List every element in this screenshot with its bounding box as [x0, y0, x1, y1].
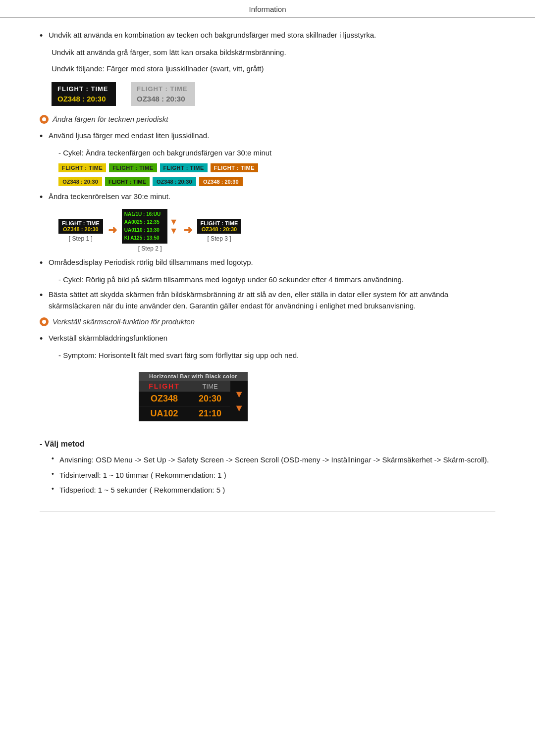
main-content: • Undvik att använda en kombination av t… [0, 18, 535, 531]
bullet-item-3: • Ändra teckenrörelsen var 30:e minut. [40, 191, 495, 203]
hbar-container: Horizontal Bar with Black color FLIGHT T… [139, 372, 248, 421]
orange-bullet-2: Verkställ skärmscroll-funktion för produ… [40, 316, 495, 328]
cycle-box-4-header: FLIGHT : TIME [211, 163, 258, 172]
sub-bullet-dot-2: • [52, 470, 59, 478]
sub-para-2: Undvik följande: Färger med stora ljussk… [52, 63, 495, 75]
valj-header: - Välj metod [40, 440, 495, 449]
bullet-dot-6: • [40, 333, 49, 345]
bullet-dot-4: • [40, 257, 49, 269]
hbar-r1-c2: 20:30 [190, 392, 230, 406]
hbar-r1-c1: OZ348 [139, 392, 190, 406]
cycle-box-1-header: FLIGHT : TIME [58, 163, 106, 172]
sub-bullet-text-1: Anvisning: OSD Menu -> Set Up -> Safety … [59, 454, 489, 466]
cycle-val-4: OZ348 : 20:30 [199, 177, 243, 186]
bullet-text-5: Bästa sättet att skydda skärmen från bil… [49, 289, 495, 311]
cycle-val-3: OZ348 : 20:30 [153, 177, 196, 186]
bullet-item-4: • Områdesdisplay Periodisk rörlig bild t… [40, 257, 495, 269]
flight-box-dark-row2: OZ348 : 20:30 [57, 95, 110, 103]
flight-box-grey: FLIGHT : TIME OZ348 : 20:30 [131, 82, 195, 106]
flight-box-grey-row1: FLIGHT : TIME [137, 85, 189, 93]
bullet-item-1: • Undvik att använda en kombination av t… [40, 30, 495, 42]
cycle-box-2-header: FLIGHT : TIME [109, 163, 157, 172]
page-header: Information [0, 0, 535, 18]
sub-bullet-text-2: Tidsintervall: 1 ~ 10 timmar ( Rekommend… [59, 470, 226, 481]
sub-bullet-dot-3: • [52, 485, 59, 493]
flight-box-grey-row2: OZ348 : 20:30 [137, 95, 189, 103]
step-2-row1: NA1/1U : 16:UU [124, 210, 165, 218]
step-3-row1: FLIGHT : TIME [201, 220, 238, 226]
sub-para-1: Undvik att använda grå färger, som lätt … [52, 47, 495, 58]
bullet-item-6: • Verkställ skärmbläddringsfunktionen [40, 333, 495, 345]
flight-examples: FLIGHT : TIME OZ348 : 20:30 FLIGHT : TIM… [52, 82, 495, 106]
step-1-row2: OZ348 : 20:30 [62, 226, 100, 232]
step-1-container: FLIGHT : TIME OZ348 : 20:30 [ Step 1 ] [58, 219, 103, 242]
step-3-box: FLIGHT : TIME OZ348 : 20:30 [197, 219, 242, 234]
indent-dash-3: - Symptom: Horisontellt fält med svart f… [58, 350, 495, 361]
bullet-dot-3: • [40, 191, 49, 203]
page-title: Information [249, 5, 286, 13]
indent-dash-1-text: - Cykel: Ändra teckenfärgen och bakgrund… [58, 149, 271, 157]
step-2-container: NA1/1U : 16:UU AA0025 : 12:35 UA0110 : 1… [122, 209, 178, 252]
step-3-container: FLIGHT : TIME OZ348 : 20:30 [ Step 3 ] [197, 219, 242, 242]
sub-para-2-text: Undvik följande: Färger med stora ljussk… [52, 64, 264, 73]
bullet-text-3: Ändra teckenrörelsen var 30:e minut. [49, 191, 170, 202]
cycle-value-row: OZ348 : 20:30 FLIGHT : TIME OZ348 : 20:3… [58, 177, 495, 186]
bullet-item-2: • Använd ljusa färger med endast liten l… [40, 130, 495, 143]
hbar-r2-c2: 21:10 [190, 406, 230, 421]
cycle-val-1: OZ348 : 20:30 [58, 177, 102, 186]
hbar-column-headers: FLIGHT TIME ▼ ▼ [139, 381, 248, 392]
hbar-title: Horizontal Bar with Black color [139, 372, 248, 381]
sub-bullet-1: • Anvisning: OSD Menu -> Set Up -> Safet… [52, 454, 495, 466]
step-2-row4: KI A125 : 13:50 [124, 234, 165, 242]
indent-dash-1: - Cykel: Ändra teckenfärgen och bakgrund… [58, 148, 495, 159]
bullet-dot-2: • [40, 130, 49, 143]
arrow-down-1: ▼ [169, 217, 178, 226]
hbar-title-row: Horizontal Bar with Black color [139, 372, 248, 381]
indent-dash-2: - Cykel: Rörlig på bild på skärm tillsam… [58, 274, 495, 286]
step-3-label: [ Step 3 ] [207, 235, 231, 242]
bottom-divider [40, 511, 495, 511]
arrow-right-2: ➜ [183, 224, 192, 237]
bullet-dot-1: • [40, 30, 49, 42]
hbar-scroll-indicator: ▼ ▼ [232, 389, 246, 413]
sub-para-1-text: Undvik att använda grå färger, som lätt … [52, 48, 286, 56]
step-2-box: NA1/1U : 16:UU AA0025 : 12:35 UA0110 : 1… [122, 209, 167, 244]
sub-bullet-text-3: Tidsperiod: 1 ~ 5 sekunder ( Rekommendat… [59, 485, 225, 496]
bullet-text-6: Verkställ skärmbläddringsfunktionen [49, 333, 167, 344]
orange-circle-icon-2 [40, 317, 49, 326]
step-2-row2: AA0025 : 12:35 [124, 218, 165, 226]
hbar-r2-c1: UA102 [139, 406, 190, 421]
orange-circle-icon-1 [40, 115, 49, 124]
bullet-item-5: • Bästa sättet att skydda skärmen från b… [40, 289, 495, 311]
hbar-col1-header: FLIGHT [139, 381, 190, 392]
hbar-table: Horizontal Bar with Black color FLIGHT T… [139, 372, 248, 421]
step-2-row3: UA0110 : 13:30 [124, 226, 165, 234]
hbar-col2-header: TIME [190, 381, 230, 392]
flight-box-dark-row1: FLIGHT : TIME [57, 85, 110, 93]
bullet-text-1: Undvik att använda en kombination av tec… [49, 30, 376, 41]
hbar-arrow-down-2: ▼ [234, 403, 244, 413]
step-1-label: [ Step 1 ] [69, 235, 93, 242]
step-3-row2: OZ348 : 20:30 [201, 226, 238, 232]
sub-bullet-3: • Tidsperiod: 1 ~ 5 sekunder ( Rekommend… [52, 485, 495, 496]
steps-row: FLIGHT : TIME OZ348 : 20:30 [ Step 1 ] ➜… [58, 209, 495, 252]
sub-bullet-dot-1: • [52, 454, 59, 462]
orange-bullet-1: Ändra färgen för tecknen periodiskt [40, 114, 495, 125]
step-1-box: FLIGHT : TIME OZ348 : 20:30 [58, 219, 103, 234]
cycle-header-row: FLIGHT : TIME FLIGHT : TIME FLIGHT : TIM… [58, 163, 495, 172]
orange-label-1: Ändra färgen för tecknen periodiskt [53, 114, 168, 125]
bullet-text-2: Använd ljusa färger med endast liten lju… [49, 130, 209, 142]
sub-bullet-2: • Tidsintervall: 1 ~ 10 timmar ( Rekomme… [52, 470, 495, 481]
bullet-text-4: Områdesdisplay Periodisk rörlig bild til… [49, 257, 253, 268]
flight-box-dark: FLIGHT : TIME OZ348 : 20:30 [52, 82, 116, 106]
indent-dash-2-text: - Cykel: Rörlig på bild på skärm tillsam… [58, 275, 404, 284]
arrow-right-1: ➜ [108, 224, 117, 237]
orange-label-2: Verkställ skärmscroll-funktion för produ… [53, 316, 195, 328]
arrows-down: ▼ ▼ [169, 217, 178, 235]
cycle-val-2: FLIGHT : TIME [105, 177, 150, 186]
indent-dash-3-text: - Symptom: Horisontellt fält med svart f… [58, 351, 299, 359]
step-1-row1: FLIGHT : TIME [62, 220, 100, 226]
arrow-down-2: ▼ [169, 226, 178, 235]
cycle-box-3-header: FLIGHT : TIME [160, 163, 208, 172]
hbar-arrow-down-1: ▼ [234, 389, 244, 399]
